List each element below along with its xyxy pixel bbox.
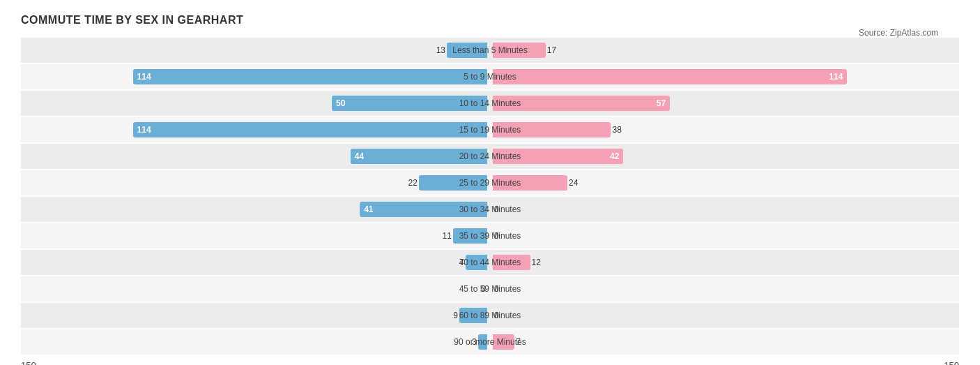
female-bar: 24 — [493, 175, 567, 191]
bar-container: 9 60 to 89 Minutes 0 — [21, 303, 959, 328]
male-value: 22 — [398, 178, 418, 188]
female-value-inside: 57 — [657, 98, 666, 108]
chart-row: 9 60 to 89 Minutes 0 — [21, 303, 959, 328]
male-bar: 114 — [133, 122, 487, 137]
axis-right-label: 150 — [944, 360, 959, 365]
male-bar: 44 — [351, 149, 487, 164]
right-section: 114 — [490, 64, 959, 89]
male-value: 13 — [426, 45, 445, 55]
chart-title: COMMUTE TIME BY SEX IN GEARHART — [21, 14, 959, 27]
chart-row: 3 90 or more Minutes 7 — [21, 329, 959, 355]
bar-container: 22 25 to 29 Minutes 24 — [21, 170, 959, 195]
male-value: 11 — [432, 231, 452, 241]
left-section: 50 — [21, 91, 490, 116]
female-bar: 38 — [493, 122, 611, 137]
left-section: 13 — [21, 38, 490, 63]
female-value: 12 — [532, 258, 551, 267]
male-value-inside: 41 — [364, 204, 373, 214]
bar-container: 3 90 or more Minutes 7 — [21, 329, 959, 355]
male-value: 7 — [445, 258, 464, 267]
male-value-inside: 44 — [355, 151, 364, 161]
right-section: 0 — [490, 276, 959, 301]
right-section: 0 — [490, 223, 959, 248]
female-bar: 42 — [493, 149, 623, 164]
bar-container: 11 35 to 39 Minutes 0 — [21, 223, 959, 248]
source-label: Source: ZipAtlas.com — [859, 28, 938, 38]
male-bar: 50 — [332, 96, 487, 111]
bar-container: 44 20 to 24 Minutes 42 — [21, 144, 959, 169]
left-section: 41 — [21, 197, 490, 222]
left-section: 0 — [21, 276, 490, 301]
left-section: 22 — [21, 170, 490, 195]
left-section: 9 — [21, 303, 490, 328]
female-bar: 17 — [493, 43, 546, 58]
chart-row: 41 30 to 34 Minutes 0 — [21, 197, 959, 222]
chart-row: 11 35 to 39 Minutes 0 — [21, 223, 959, 248]
right-section: 57 — [490, 91, 959, 116]
bar-container: 114 5 to 9 Minutes 114 — [21, 64, 959, 89]
female-bar: 7 — [493, 334, 514, 350]
female-value: 17 — [547, 45, 567, 55]
left-section: 7 — [21, 250, 490, 275]
chart-wrapper: 13 Less than 5 Minutes 17 114 5 to 9 Min… — [21, 38, 959, 365]
right-section: 24 — [490, 170, 959, 195]
bar-container: 41 30 to 34 Minutes 0 — [21, 197, 959, 222]
right-section: 42 — [490, 144, 959, 169]
right-section: 0 — [490, 197, 959, 222]
left-section: 114 — [21, 64, 490, 89]
left-section: 114 — [21, 117, 490, 142]
female-value: 0 — [494, 284, 514, 294]
female-value: 0 — [494, 311, 514, 320]
male-bar: 7 — [466, 255, 487, 270]
bar-container: 0 45 to 59 Minutes 0 — [21, 276, 959, 301]
male-value-inside: 114 — [137, 72, 151, 82]
female-value: 38 — [612, 125, 631, 135]
left-section: 11 — [21, 223, 490, 248]
bar-container: 50 10 to 14 Minutes 57 — [21, 91, 959, 116]
female-value: 0 — [494, 231, 514, 241]
right-section: 38 — [490, 117, 959, 142]
right-section: 17 — [490, 38, 959, 63]
axis-left-label: 150 — [21, 360, 36, 365]
right-section: 0 — [490, 303, 959, 328]
chart-row: 114 5 to 9 Minutes 114 — [21, 64, 959, 89]
male-value: 9 — [438, 311, 458, 320]
female-bar: 12 — [493, 255, 530, 270]
chart-row: 44 20 to 24 Minutes 42 — [21, 144, 959, 169]
male-bar: 13 — [447, 43, 487, 58]
female-value: 7 — [516, 337, 535, 347]
right-section: 7 — [490, 329, 959, 355]
female-value: 24 — [569, 178, 588, 188]
male-value: 0 — [466, 284, 486, 294]
right-section: 12 — [490, 250, 959, 275]
chart-row: 22 25 to 29 Minutes 24 — [21, 170, 959, 195]
male-bar: 22 — [419, 175, 487, 191]
male-value: 3 — [457, 337, 477, 347]
bar-container: 7 40 to 44 Minutes 12 — [21, 250, 959, 275]
female-value-inside: 114 — [829, 72, 843, 82]
left-section: 44 — [21, 144, 490, 169]
female-bar: 114 — [493, 69, 847, 84]
male-bar: 41 — [360, 202, 487, 217]
bottom-axis: 150 150 — [21, 360, 959, 365]
female-bar: 57 — [493, 96, 670, 111]
male-bar: 3 — [478, 334, 487, 350]
male-bar: 9 — [459, 308, 487, 323]
chart-row: 114 15 to 19 Minutes 38 — [21, 117, 959, 142]
female-value: 0 — [494, 204, 514, 214]
male-bar: 114 — [133, 69, 487, 84]
female-value-inside: 42 — [610, 151, 619, 161]
left-section: 3 — [21, 329, 490, 355]
male-value-inside: 50 — [336, 98, 345, 108]
chart-row: 7 40 to 44 Minutes 12 — [21, 250, 959, 275]
male-bar: 11 — [453, 228, 487, 244]
bar-container: 13 Less than 5 Minutes 17 — [21, 38, 959, 63]
chart-row: 50 10 to 14 Minutes 57 — [21, 91, 959, 116]
bar-container: 114 15 to 19 Minutes 38 — [21, 117, 959, 142]
chart-row: 0 45 to 59 Minutes 0 — [21, 276, 959, 301]
rows-container: 13 Less than 5 Minutes 17 114 5 to 9 Min… — [21, 38, 959, 355]
male-value-inside: 114 — [137, 125, 151, 135]
chart-row: 13 Less than 5 Minutes 17 — [21, 38, 959, 63]
